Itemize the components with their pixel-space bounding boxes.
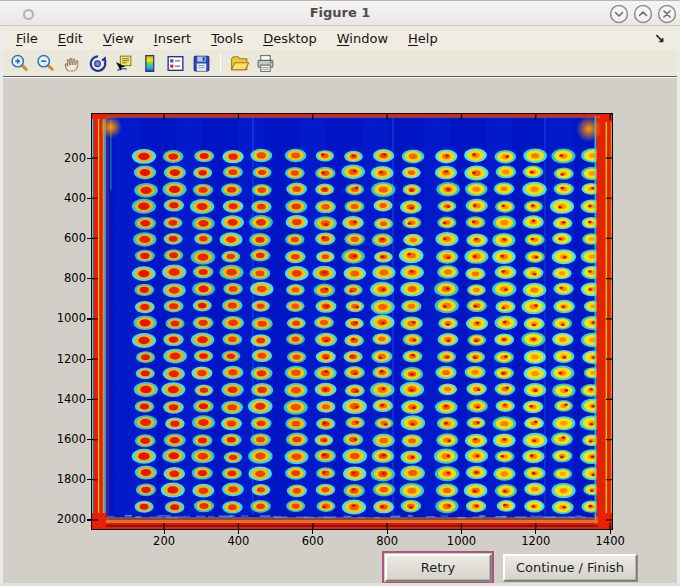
x-tick-label: 200 (134, 534, 194, 549)
continue-finish-button[interactable]: Continue / Finish (503, 554, 637, 581)
y-axis-tick (87, 479, 91, 480)
toolbar-separator (220, 54, 221, 72)
y-axis-tick (87, 399, 91, 400)
x-axis-tick (610, 530, 611, 534)
y-tick-label: 400 (42, 191, 86, 206)
retry-button[interactable]: Retry (385, 554, 491, 581)
menu-view[interactable]: View (93, 28, 144, 49)
zoom-out-icon[interactable] (34, 52, 57, 75)
y-tick-label: 1600 (42, 432, 86, 447)
x-tick-label: 1200 (506, 534, 566, 549)
heatmap-image[interactable] (92, 114, 612, 529)
close-button[interactable] (657, 4, 677, 24)
x-tick-label: 600 (283, 534, 343, 549)
colorbar-icon[interactable] (138, 52, 161, 75)
x-tick-label: 400 (208, 534, 268, 549)
y-axis-tick (87, 439, 91, 440)
x-axis-tick (238, 530, 239, 534)
rotate-3d-icon[interactable] (86, 52, 109, 75)
menu-file[interactable]: File (6, 28, 48, 49)
pan-icon[interactable] (60, 52, 83, 75)
open-file-icon[interactable] (228, 52, 251, 75)
save-icon[interactable] (190, 52, 213, 75)
toolbar (3, 50, 677, 77)
axes (91, 113, 613, 530)
x-axis-tick (312, 530, 313, 534)
window-title: Figure 1 (0, 5, 680, 20)
title-bar: Figure 1 (0, 0, 680, 26)
x-tick-label: 1000 (431, 534, 491, 549)
maximize-button[interactable] (633, 4, 653, 24)
y-tick-label: 1000 (42, 311, 86, 326)
x-axis-tick (164, 530, 165, 534)
x-tick-label: 800 (357, 534, 417, 549)
y-tick-label: 2000 (42, 512, 86, 527)
y-axis-tick (87, 359, 91, 360)
menu-desktop[interactable]: Desktop (253, 28, 327, 49)
print-icon[interactable] (254, 52, 277, 75)
y-tick-label: 1800 (42, 472, 86, 487)
menu-window[interactable]: Window (327, 28, 398, 49)
y-axis-tick (87, 318, 91, 319)
x-tick-label: 1400 (580, 534, 640, 549)
retry-focus-ring: Retry (382, 551, 494, 584)
y-tick-label: 800 (42, 271, 86, 286)
y-axis-tick (87, 158, 91, 159)
figure-canvas-area: Retry Continue / Finish 2004006008001000… (0, 77, 680, 586)
menu-tools[interactable]: Tools (201, 28, 253, 49)
window-controls (609, 4, 677, 24)
y-axis-tick (87, 198, 91, 199)
x-axis-tick (387, 530, 388, 534)
data-cursor-icon[interactable] (112, 52, 135, 75)
legend-icon[interactable] (164, 52, 187, 75)
x-axis-tick (535, 530, 536, 534)
dock-figure-arrow-icon[interactable]: ↘ (654, 31, 677, 46)
minimize-button[interactable] (609, 4, 629, 24)
y-tick-label: 1400 (42, 392, 86, 407)
menu-bar: FileEditViewInsertToolsDesktopWindowHelp… (3, 26, 677, 50)
y-axis-tick (87, 238, 91, 239)
figure-window: Figure 1 FileEditViewInsertToolsDesktopW… (0, 0, 680, 586)
menu-edit[interactable]: Edit (48, 28, 93, 49)
zoom-in-icon[interactable] (8, 52, 31, 75)
y-tick-label: 200 (42, 151, 86, 166)
window-resize-edge-left[interactable] (0, 26, 3, 586)
y-tick-label: 600 (42, 231, 86, 246)
menu-help[interactable]: Help (398, 28, 448, 49)
menu-insert[interactable]: Insert (144, 28, 201, 49)
y-tick-label: 1200 (42, 352, 86, 367)
x-axis-tick (461, 530, 462, 534)
y-axis-tick (87, 278, 91, 279)
y-axis-tick (87, 519, 91, 520)
